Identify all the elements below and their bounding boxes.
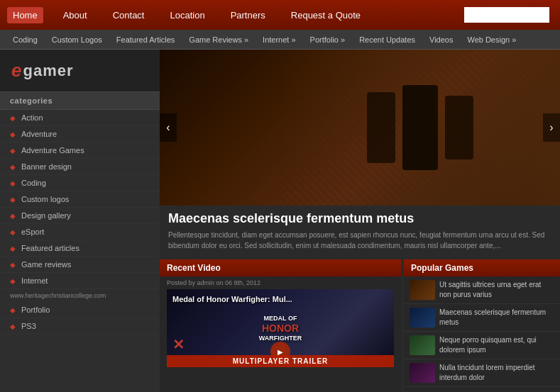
cat-label: Custom logos (21, 195, 69, 203)
bullet-icon: ◆ (10, 323, 16, 330)
sec-nav-videos[interactable]: Videos (424, 33, 459, 46)
game-title-4: Nulla tincidunt lorem imperdiet interdum… (439, 363, 554, 383)
sec-nav-coding[interactable]: Coding (7, 33, 43, 46)
game-thumb-4 (410, 363, 435, 383)
game-item-3[interactable]: Neque porro quisquam est, qui dolorem ip… (404, 332, 560, 359)
logo-text: gamer (23, 62, 73, 80)
game-thumb-3 (410, 335, 435, 355)
nav-location[interactable]: Location (164, 7, 210, 23)
top-nav: Home About Contact Location Partners Req… (0, 0, 560, 30)
nav-about[interactable]: About (57, 7, 93, 23)
sec-nav-internet[interactable]: Internet » (257, 33, 301, 46)
game-item-2[interactable]: Maecenas scelerisque fermentum metus (404, 304, 560, 332)
popular-games-section: Popular Games Ut sagittis ultrices urna … (404, 259, 560, 392)
game-thumb-1 (410, 280, 435, 300)
cat-design-gallery[interactable]: ◆ Design gallery (0, 208, 160, 224)
cat-adventure[interactable]: ◆ Adventure (0, 126, 160, 142)
x-mark-icon: ✕ (172, 336, 185, 353)
cat-game-reviews[interactable]: ◆ Game reviews (0, 257, 160, 273)
bullet-icon: ◆ (10, 277, 16, 285)
bullet-icon: ◆ (10, 261, 16, 269)
soldier-figure-1 (367, 92, 395, 163)
hero-caption: Maecenas scelerisque fermentum metus Pel… (160, 206, 560, 257)
game-info-4: Nulla tincidunt lorem imperdiet interdum… (439, 363, 554, 383)
nav-home[interactable]: Home (7, 7, 43, 23)
sec-nav-custom-logos[interactable]: Custom Logos (46, 33, 108, 46)
cat-label: Adventure (21, 130, 57, 138)
sec-nav-web-design[interactable]: Web Design » (461, 33, 522, 46)
hero-next-button[interactable]: › (543, 113, 560, 142)
video-thumbnail[interactable]: Medal of Honor Warfigher: Mul... MEDAL O… (167, 289, 394, 367)
sidebar: e gamer categories ◆ Action ◆ Adventure … (0, 50, 160, 392)
bullet-icon: ◆ (10, 147, 16, 155)
hero-image (160, 50, 560, 206)
cat-adventure-games[interactable]: ◆ Adventure Games (0, 142, 160, 159)
category-list: ◆ Action ◆ Adventure ◆ Adventure Games ◆… (0, 110, 160, 335)
bullet-icon: ◆ (10, 114, 16, 122)
hero-slider: ‹ › (160, 50, 560, 206)
cat-banner-design[interactable]: ◆ Banner design (0, 159, 160, 175)
game-item-4[interactable]: Nulla tincidunt lorem imperdiet interdum… (404, 359, 560, 387)
hero-title: Maecenas scelerisque fermentum metus (168, 211, 551, 226)
top-nav-items: Home About Contact Location Partners Req… (7, 7, 366, 23)
hero-soldiers-bg (280, 50, 560, 206)
popular-games-header: Popular Games (404, 259, 560, 276)
cat-label: Banner design (21, 162, 72, 171)
game-title-3: Neque porro quisquam est, qui dolorem ip… (439, 335, 554, 355)
sec-nav-featured[interactable]: Featured Articles (111, 33, 181, 46)
cat-ps3[interactable]: ◆ PS3 (0, 318, 160, 335)
cat-esport[interactable]: ◆ eSport (0, 224, 160, 240)
cat-portfolio[interactable]: ◆ Portfolio (0, 302, 160, 318)
recent-video-section: Recent Video Posted by admin on 06 8th, … (160, 259, 401, 392)
cat-custom-logos[interactable]: ◆ Custom logos (0, 191, 160, 208)
sec-nav-recent-updates[interactable]: Recent Updates (353, 33, 421, 46)
bullet-icon: ◆ (10, 245, 16, 252)
cat-internet[interactable]: ◆ Internet (0, 273, 160, 289)
logo-e: e (11, 60, 21, 82)
secondary-nav: Coding Custom Logos Featured Articles Ga… (0, 30, 560, 50)
bullet-icon: ◆ (10, 306, 16, 314)
sec-nav-game-reviews[interactable]: Game Reviews » (183, 33, 254, 46)
main-wrap: e gamer categories ◆ Action ◆ Adventure … (0, 50, 560, 392)
search-input[interactable] (464, 7, 549, 23)
sec-nav-portfolio[interactable]: Portfolio » (304, 33, 351, 46)
cat-label: Coding (21, 179, 46, 187)
game-thumb-2 (410, 308, 435, 327)
bullet-icon: ◆ (10, 196, 16, 203)
hero-description: Pellentesque tincidunt, diam eget accums… (168, 230, 551, 251)
nav-request-quote[interactable]: Request a Quote (285, 7, 366, 23)
multiplayer-banner: MULTIPLAYER TRAILER (167, 355, 394, 367)
game-info-3: Neque porro quisquam est, qui dolorem ip… (439, 335, 554, 355)
game-title-1: Ut sagittis ultrices urna eget erat non … (439, 280, 554, 300)
website-url: www.heritagechristiancollege.com (0, 289, 160, 302)
bullet-icon: ◆ (10, 163, 16, 171)
video-meta: Posted by admin on 06 8th, 2012 (160, 276, 401, 289)
bullet-icon: ◆ (10, 130, 16, 138)
bullet-icon: ◆ (10, 212, 16, 220)
cat-label: Featured articles (21, 244, 79, 252)
cat-label: Adventure Games (21, 146, 84, 155)
game-info-1: Ut sagittis ultrices urna eget erat non … (439, 280, 554, 300)
nav-partners[interactable]: Partners (225, 7, 271, 23)
cat-coding[interactable]: ◆ Coding (0, 175, 160, 191)
bullet-icon: ◆ (10, 228, 16, 236)
game-title-2: Maecenas scelerisque fermentum metus (439, 308, 554, 327)
cat-label: eSport (21, 228, 44, 236)
logo-area: e gamer (0, 50, 160, 91)
nav-contact[interactable]: Contact (107, 7, 150, 23)
soldier-figure-2 (402, 85, 438, 170)
cat-label: Design gallery (21, 211, 71, 220)
hero-prev-button[interactable]: ‹ (160, 113, 177, 142)
cat-action[interactable]: ◆ Action (0, 110, 160, 126)
cat-label: PS3 (21, 322, 36, 330)
recent-video-header: Recent Video (160, 259, 401, 276)
content-area: ‹ › Maecenas scelerisque fermentum metus… (160, 50, 560, 392)
cat-label: Portfolio (21, 306, 50, 314)
cat-label: Game reviews (21, 260, 71, 269)
game-info-2: Maecenas scelerisque fermentum metus (439, 308, 554, 327)
cat-featured-articles[interactable]: ◆ Featured articles (0, 240, 160, 257)
game-item-1[interactable]: Ut sagittis ultrices urna eget erat non … (404, 276, 560, 304)
video-title-overlay: Medal of Honor Warfigher: Mul... (172, 295, 292, 303)
video-logo-area: MEDAL OF HONOR WARFIGHTER (259, 315, 302, 342)
bottom-columns: Recent Video Posted by admin on 06 8th, … (160, 259, 560, 392)
